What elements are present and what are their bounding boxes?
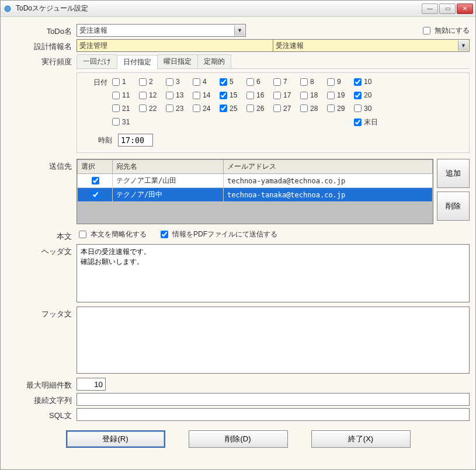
date-checkbox-input-5[interactable]	[220, 78, 227, 86]
header-textarea[interactable]	[77, 244, 470, 302]
date-checkbox-input-25[interactable]	[220, 105, 227, 112]
date-checkbox-input-30[interactable]	[354, 105, 362, 112]
last-day-label: 末日	[364, 117, 378, 127]
date-checkbox-11[interactable]: 11	[112, 91, 130, 99]
date-checkbox-20[interactable]: 20	[354, 91, 371, 99]
close-button[interactable]: ✕	[457, 4, 473, 14]
max-rows-input[interactable]	[77, 378, 106, 391]
date-checkbox-9[interactable]: 9	[327, 78, 341, 86]
date-checkbox-input-1[interactable]	[112, 78, 120, 86]
date-checkbox-input-8[interactable]	[300, 78, 308, 86]
add-button[interactable]: 追加	[437, 159, 470, 188]
date-checkbox-input-28[interactable]	[300, 105, 308, 112]
delete-row-button[interactable]: 削除	[437, 192, 470, 221]
date-checkbox-24[interactable]: 24	[193, 105, 210, 113]
date-checkbox-5[interactable]: 5	[220, 78, 234, 86]
date-checkbox-input-9[interactable]	[327, 78, 335, 86]
col-email[interactable]: メールアドレス	[224, 160, 433, 174]
disable-checkbox-input[interactable]	[423, 27, 430, 34]
pdf-checkbox[interactable]: 情報をPDFファイルにて送信する	[158, 229, 277, 240]
date-checkbox-input-23[interactable]	[166, 105, 173, 112]
last-day-checkbox-input[interactable]	[354, 119, 362, 126]
date-checkbox-input-22[interactable]	[139, 105, 147, 112]
delete-button[interactable]: 削除(D)	[189, 430, 288, 448]
date-checkbox-12[interactable]: 12	[139, 91, 157, 99]
date-checkbox-3[interactable]: 3	[166, 78, 180, 86]
date-checkbox-input-6[interactable]	[246, 78, 254, 86]
date-checkbox-input-16[interactable]	[246, 92, 254, 99]
date-checkbox-15[interactable]: 15	[220, 91, 237, 99]
design-info-left[interactable]: 受注管理	[77, 39, 273, 52]
conn-str-input[interactable]	[77, 393, 470, 406]
date-checkbox-input-21[interactable]	[112, 105, 120, 112]
tab-frequency-0[interactable]: 一回だけ	[77, 54, 117, 68]
date-checkbox-2[interactable]: 2	[139, 78, 153, 86]
last-day-checkbox[interactable]: 末日	[354, 117, 378, 127]
date-checkbox-input-13[interactable]	[166, 92, 173, 99]
date-checkbox-31[interactable]: 31	[112, 118, 130, 126]
tab-frequency-2[interactable]: 曜日指定	[157, 54, 198, 68]
simplify-checkbox[interactable]: 本文を簡略化する	[77, 229, 147, 240]
date-checkbox-input-18[interactable]	[300, 92, 308, 99]
date-checkbox-input-27[interactable]	[273, 105, 281, 112]
maximize-button[interactable]: ▭	[439, 4, 456, 14]
date-checkbox-10[interactable]: 10	[354, 78, 371, 86]
date-checkbox-25[interactable]: 25	[220, 105, 237, 113]
date-checkbox-30[interactable]: 30	[354, 105, 371, 113]
date-checkbox-4[interactable]: 4	[193, 78, 207, 86]
todo-name-combo[interactable]: 受注速報 ▼	[77, 24, 246, 37]
date-checkbox-22[interactable]: 22	[139, 105, 157, 113]
col-select[interactable]: 選択	[78, 160, 113, 174]
date-checkbox-19[interactable]: 19	[327, 91, 345, 99]
date-checkbox-6[interactable]: 6	[246, 78, 260, 86]
date-checkbox-input-12[interactable]	[139, 92, 147, 99]
date-checkbox-input-3[interactable]	[166, 78, 173, 86]
date-checkbox-13[interactable]: 13	[166, 91, 183, 99]
date-checkbox-21[interactable]: 21	[112, 105, 130, 113]
date-checkbox-14[interactable]: 14	[193, 91, 210, 99]
date-checkbox-input-31[interactable]	[112, 118, 120, 126]
footer-textarea[interactable]	[77, 307, 470, 374]
row-select-checkbox[interactable]	[92, 177, 99, 184]
date-checkbox-8[interactable]: 8	[300, 78, 314, 86]
date-checkbox-input-10[interactable]	[354, 78, 362, 86]
table-row[interactable]: テクノア/田中technoa-tanaka@technoa.co.jp	[78, 188, 433, 202]
date-checkbox-23[interactable]: 23	[166, 105, 183, 113]
date-checkbox-input-14[interactable]	[193, 92, 200, 99]
date-checkbox-input-7[interactable]	[273, 78, 281, 86]
row-select-checkbox[interactable]	[92, 191, 99, 199]
date-checkbox-input-4[interactable]	[193, 78, 200, 86]
col-name[interactable]: 宛先名	[113, 160, 224, 174]
date-checkbox-input-15[interactable]	[220, 92, 227, 99]
table-row[interactable]: テクノア工業/山田technoa-yamada@technoa.co.jp	[78, 174, 433, 188]
date-checkbox-input-2[interactable]	[139, 78, 147, 86]
date-number: 6	[256, 78, 260, 86]
disable-checkbox[interactable]: 無効にする	[421, 25, 470, 36]
exit-button[interactable]: 終了(X)	[311, 430, 411, 448]
date-checkbox-input-17[interactable]	[273, 92, 281, 99]
date-checkbox-28[interactable]: 28	[300, 105, 318, 113]
date-checkbox-1[interactable]: 1	[112, 78, 126, 86]
date-checkbox-input-20[interactable]	[354, 92, 362, 99]
sql-input[interactable]	[77, 408, 470, 421]
date-checkbox-input-24[interactable]	[193, 105, 200, 112]
date-checkbox-16[interactable]: 16	[246, 91, 264, 99]
minimize-button[interactable]: —	[422, 4, 438, 14]
date-checkbox-input-11[interactable]	[112, 92, 120, 99]
design-info-right-combo[interactable]: 受注速報 ▼	[273, 39, 470, 52]
date-checkbox-17[interactable]: 17	[273, 91, 291, 99]
date-checkbox-input-26[interactable]	[246, 105, 254, 112]
simplify-checkbox-input[interactable]	[79, 231, 86, 238]
date-checkbox-29[interactable]: 29	[327, 105, 345, 113]
date-checkbox-7[interactable]: 7	[273, 78, 287, 86]
time-input[interactable]	[118, 134, 153, 147]
register-button[interactable]: 登録(R)	[66, 430, 165, 448]
tab-frequency-1[interactable]: 日付指定	[117, 55, 158, 69]
tab-frequency-3[interactable]: 定期的	[197, 54, 231, 68]
date-checkbox-18[interactable]: 18	[300, 91, 318, 99]
date-checkbox-26[interactable]: 26	[246, 105, 264, 113]
pdf-checkbox-input[interactable]	[161, 231, 168, 238]
date-checkbox-27[interactable]: 27	[273, 105, 291, 113]
date-checkbox-input-19[interactable]	[327, 92, 335, 99]
date-checkbox-input-29[interactable]	[327, 105, 335, 112]
